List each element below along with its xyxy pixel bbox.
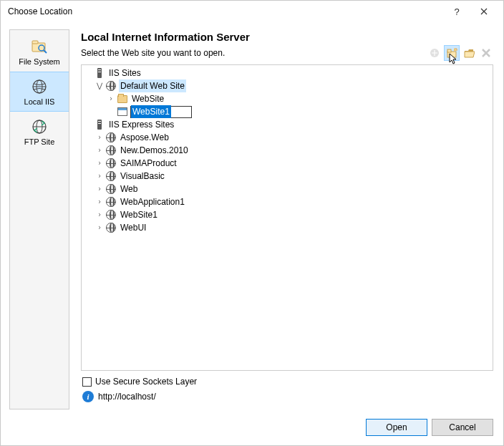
folder-icon <box>117 93 128 105</box>
globe-icon <box>105 196 117 208</box>
expand-toggle[interactable]: › <box>94 158 105 168</box>
dialog-footer: Open Cancel <box>1 409 503 445</box>
below-tree: Use Secure Sockets Layer i http://localh… <box>81 371 493 409</box>
title-bar: Choose Location ? <box>1 1 503 22</box>
page-subtitle: Select the Web site you want to open. <box>81 48 427 58</box>
globe-icon <box>105 80 117 92</box>
expand-toggle[interactable]: › <box>94 132 105 142</box>
sidebar-item-label: File System <box>19 57 59 66</box>
cancel-button[interactable]: Cancel <box>432 419 493 436</box>
globe-icon <box>105 157 117 169</box>
page-heading: Local Internet Information Server <box>81 31 493 43</box>
tree-node-express-site[interactable]: ›Aspose.Web <box>94 131 493 144</box>
location-sidebar: File System Local IIS FTP Site <box>9 29 69 409</box>
globe-icon <box>31 78 48 95</box>
expand-toggle[interactable]: › <box>106 94 116 104</box>
ftp-globe-icon <box>31 118 48 135</box>
tree-node-iis-express[interactable]: IIS Express Sites <box>83 118 493 131</box>
server-icon <box>94 119 105 130</box>
tree-node-express-site[interactable]: ›WebUI <box>94 221 493 234</box>
svg-rect-1 <box>32 41 38 44</box>
open-button[interactable]: Open <box>366 419 427 436</box>
svg-rect-12 <box>447 49 451 52</box>
expand-toggle[interactable]: › <box>94 210 105 220</box>
close-icon <box>480 8 488 15</box>
close-button[interactable] <box>470 1 498 21</box>
sidebar-item-label: Local IIS <box>24 97 55 106</box>
content-panel: Local Internet Information Server Select… <box>69 29 495 409</box>
tree-node-default-website[interactable]: ⋁ Default Web Site <box>94 79 493 92</box>
folder-search-icon <box>31 38 48 55</box>
info-icon: i <box>82 391 94 402</box>
globe-icon <box>105 145 117 156</box>
main-area: File System Local IIS FTP Site Local Int… <box>1 22 503 409</box>
new-vdir-icon <box>446 47 457 59</box>
expand-toggle[interactable]: › <box>94 171 105 181</box>
tree-node-editing[interactable]: WebSite1 <box>106 105 493 118</box>
delete-button <box>479 46 493 60</box>
folder-open-icon <box>463 47 475 59</box>
sidebar-item-local-iis[interactable]: Local IIS <box>10 72 69 112</box>
help-button[interactable]: ? <box>443 1 470 21</box>
open-folder-button[interactable] <box>462 46 476 60</box>
tree-node-iis-sites[interactable]: IIS Sites <box>83 67 493 79</box>
url-row: i http://localhost/ <box>82 391 493 402</box>
globe-icon <box>105 209 117 220</box>
globe-icon <box>105 170 117 182</box>
ssl-checkbox[interactable] <box>82 377 92 387</box>
tree-node-express-site[interactable]: ›WebSite1 <box>94 208 493 221</box>
collapse-toggle[interactable]: ⋁ <box>94 81 105 91</box>
globe-icon <box>105 183 117 195</box>
url-text: http://localhost/ <box>98 392 156 402</box>
expand-toggle[interactable]: › <box>94 197 105 207</box>
create-app-button <box>427 46 442 60</box>
sidebar-item-ftp[interactable]: FTP Site <box>10 112 69 152</box>
ssl-checkbox-row[interactable]: Use Secure Sockets Layer <box>82 377 493 387</box>
tree-node-express-site[interactable]: ›SAIMAProduct <box>94 157 493 170</box>
app-icon <box>117 106 128 117</box>
tree-node-express-site[interactable]: ›Web <box>94 183 493 195</box>
create-vdir-button[interactable] <box>445 46 459 60</box>
sidebar-item-filesystem[interactable]: File System <box>10 31 69 72</box>
tree-node-express-site[interactable]: ›WebApplication1 <box>94 195 493 208</box>
expand-toggle[interactable]: › <box>94 145 105 155</box>
globe-icon <box>105 132 117 143</box>
window-title: Choose Location <box>8 6 443 16</box>
tree-node-express-site[interactable]: ›VisualBasic <box>94 170 493 183</box>
delete-icon <box>481 48 491 58</box>
expand-toggle[interactable]: › <box>94 223 105 233</box>
new-app-icon <box>429 47 440 59</box>
sidebar-item-label: FTP Site <box>24 137 55 146</box>
ssl-label: Use Secure Sockets Layer <box>95 377 197 387</box>
tree-node-website[interactable]: › WebSite <box>106 92 493 105</box>
globe-icon <box>105 222 117 233</box>
server-icon <box>94 67 105 79</box>
tree-node-express-site[interactable]: ›New.Demos.2010 <box>94 144 493 157</box>
site-tree[interactable]: IIS Sites ⋁ Default Web Site <box>81 64 493 371</box>
expand-toggle[interactable]: › <box>94 184 105 194</box>
content-toolbar <box>427 46 493 60</box>
rename-editbox[interactable]: WebSite1 <box>130 106 192 118</box>
